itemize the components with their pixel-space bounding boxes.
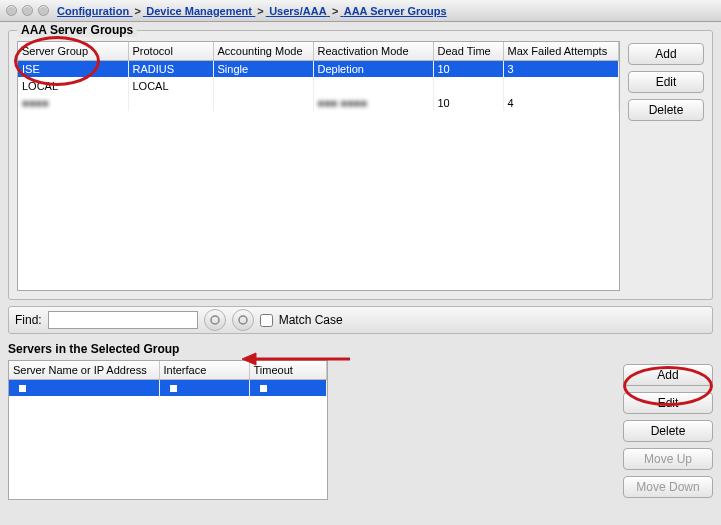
servers-move-down-button[interactable]: Move Down — [623, 476, 713, 498]
close-icon[interactable] — [6, 5, 17, 16]
servers-section: Servers in the Selected Group Server Nam… — [8, 342, 713, 500]
servers-add-button[interactable]: Add — [623, 364, 713, 386]
col-server-group[interactable]: Server Group — [18, 42, 128, 60]
col-dead-time[interactable]: Dead Time — [433, 42, 503, 60]
servers-move-up-button[interactable]: Move Up — [623, 448, 713, 470]
col-accounting-mode[interactable]: Accounting Mode — [213, 42, 313, 60]
table-header-row: Server Group Protocol Accounting Mode Re… — [18, 42, 619, 60]
match-case-label: Match Case — [279, 313, 343, 327]
groupbox-title: AAA Server Groups — [17, 23, 137, 37]
svg-point-1 — [239, 316, 247, 324]
groups-delete-button[interactable]: Delete — [628, 99, 704, 121]
match-case-checkbox[interactable] — [260, 314, 273, 327]
col-reactivation-mode[interactable]: Reactivation Mode — [313, 42, 433, 60]
crumb-users-aaa[interactable]: Users/AAA — [269, 5, 326, 17]
find-bar: Find: Match Case — [8, 306, 713, 334]
svg-point-0 — [211, 316, 219, 324]
table-row[interactable]: ■■■■■■■ ■■■■104 — [18, 94, 619, 111]
servers-section-title: Servers in the Selected Group — [8, 342, 179, 356]
groups-add-button[interactable]: Add — [628, 43, 704, 65]
window-controls — [6, 5, 57, 16]
groups-button-column: Add Edit Delete — [628, 41, 704, 291]
servers-button-column: Add Edit Delete Move Up Move Down — [623, 360, 713, 500]
table-row[interactable] — [9, 379, 327, 396]
crumb-configuration[interactable]: Configuration — [57, 5, 129, 17]
find-prev-icon[interactable] — [204, 309, 226, 331]
zoom-icon[interactable] — [38, 5, 49, 16]
breadcrumb: Configuration > Device Management > User… — [57, 4, 721, 18]
find-input[interactable] — [48, 311, 198, 329]
find-label: Find: — [15, 313, 42, 327]
table-row[interactable]: ISERADIUSSingleDepletion103 — [18, 60, 619, 77]
find-next-icon[interactable] — [232, 309, 254, 331]
col-server-name[interactable]: Server Name or IP Address — [9, 361, 159, 379]
servers-edit-button[interactable]: Edit — [623, 392, 713, 414]
col-interface[interactable]: Interface — [159, 361, 249, 379]
groups-table[interactable]: Server Group Protocol Accounting Mode Re… — [17, 41, 620, 291]
col-max-failed[interactable]: Max Failed Attempts — [503, 42, 619, 60]
groups-edit-button[interactable]: Edit — [628, 71, 704, 93]
servers-delete-button[interactable]: Delete — [623, 420, 713, 442]
titlebar: Configuration > Device Management > User… — [0, 0, 721, 22]
servers-table[interactable]: Server Name or IP Address Interface Time… — [8, 360, 328, 500]
table-header-row: Server Name or IP Address Interface Time… — [9, 361, 327, 379]
table-row[interactable]: LOCALLOCAL — [18, 77, 619, 94]
crumb-device-management[interactable]: Device Management — [146, 5, 252, 17]
col-timeout[interactable]: Timeout — [249, 361, 327, 379]
aaa-server-groups-group: AAA Server Groups Server Group Protocol … — [8, 30, 713, 300]
minimize-icon[interactable] — [22, 5, 33, 16]
col-protocol[interactable]: Protocol — [128, 42, 213, 60]
crumb-aaa-server-groups[interactable]: AAA Server Groups — [344, 5, 447, 17]
